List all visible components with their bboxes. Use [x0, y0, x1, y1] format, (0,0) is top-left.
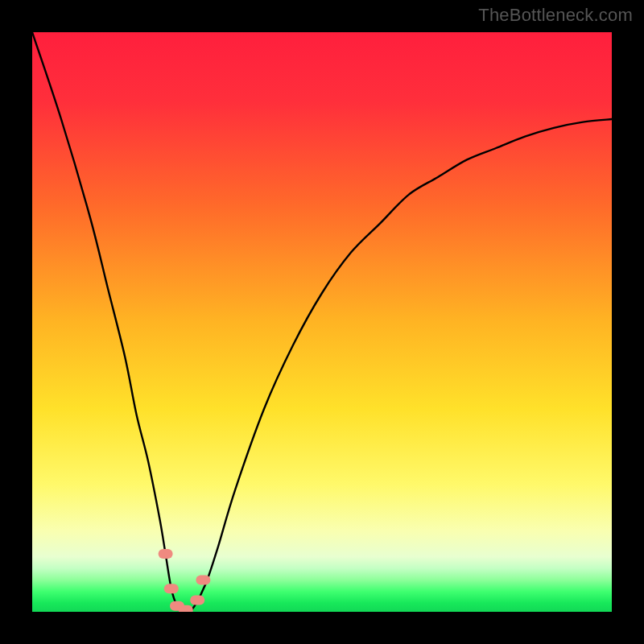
marker-pill — [159, 549, 173, 559]
bottleneck-curve — [32, 32, 612, 612]
marker-pill — [179, 605, 193, 612]
chart-frame: TheBottleneck.com — [0, 0, 644, 644]
watermark-text: TheBottleneck.com — [478, 5, 633, 26]
curve-layer — [32, 32, 612, 612]
curve-markers — [159, 549, 211, 612]
plot-area — [32, 32, 612, 612]
marker-pill — [164, 584, 179, 593]
marker-pill — [196, 575, 210, 584]
marker-pill — [190, 596, 204, 605]
